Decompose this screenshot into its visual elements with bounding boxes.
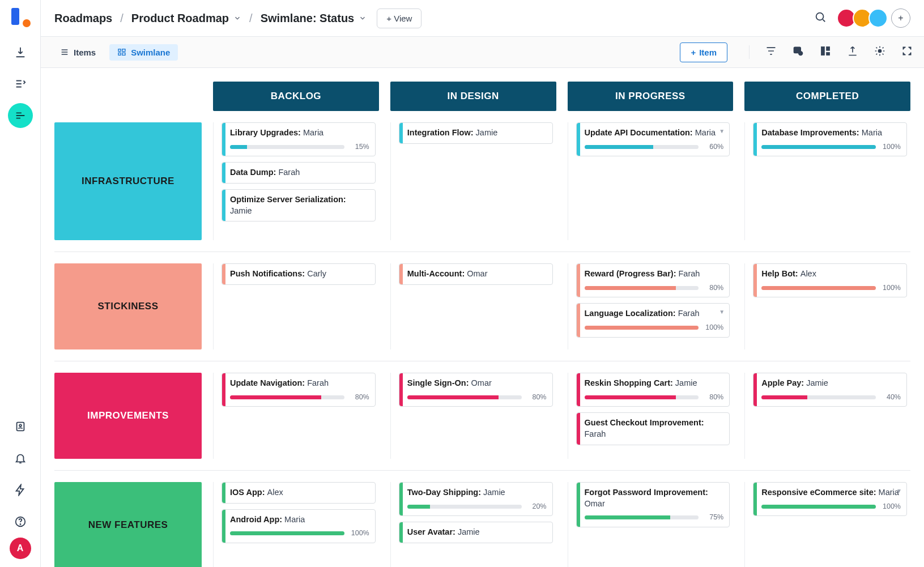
view-mode-items[interactable]: Items [52, 44, 104, 61]
card[interactable]: Data Dump: Farah [222, 162, 376, 184]
card-title: Reward (Progress Bar): [585, 269, 679, 278]
lane-label-improv[interactable]: IMPROVEMENTS [54, 373, 202, 459]
progress-percent: 15% [350, 142, 369, 152]
card[interactable]: Forgot Password Improvement: Omar75% [576, 482, 730, 527]
app-logo[interactable] [11, 8, 29, 26]
card[interactable]: Single Sign-On: Omar80% [399, 373, 553, 407]
card[interactable]: Push Notifications: Carly [222, 263, 376, 285]
lane-cell[interactable]: Forgot Password Improvement: Omar75% [568, 482, 734, 567]
card[interactable]: Help Bot: Alex100% [753, 263, 907, 297]
progress-bar [230, 395, 344, 399]
card-progress: 80% [407, 393, 547, 402]
lane-cell[interactable]: Help Bot: Alex100% [744, 263, 910, 349]
progress-fill [407, 395, 499, 399]
card[interactable]: Library Upgrades: Maria15% [222, 122, 376, 156]
card[interactable]: Reskin Shopping Cart: Jamie80% [576, 373, 730, 407]
card-menu-icon[interactable]: ▼ [896, 487, 902, 495]
card[interactable]: Database Improvements: Maria100% [753, 122, 907, 156]
card-title: Reskin Shopping Cart: [585, 378, 675, 387]
lane-cell[interactable]: Library Upgrades: Maria15%Data Dump: Far… [213, 122, 379, 240]
card-assignee: Maria [284, 515, 305, 524]
rail-current-user-avatar[interactable]: A [10, 538, 31, 559]
card-title: Responsive eCommerce site: [761, 488, 878, 497]
breadcrumb-project[interactable]: Product Roadmap [131, 12, 241, 25]
add-collaborator-button[interactable]: + [891, 8, 910, 28]
progress-percent: 80% [527, 393, 547, 402]
lane-cell[interactable]: Push Notifications: Carly [213, 263, 379, 349]
card[interactable]: Apple Pay: Jamie40% [753, 373, 907, 407]
card[interactable]: Integration Flow: Jamie [399, 122, 553, 144]
lane-cell[interactable]: Multi-Account: Omar [390, 263, 556, 349]
card-assignee: Jamie [230, 206, 252, 215]
card[interactable]: User Avatar: Jamie [399, 522, 553, 543]
card-text: Language Localization: Farah [585, 308, 724, 319]
card[interactable]: Reward (Progress Bar): Farah80% [576, 263, 730, 297]
card[interactable]: Language Localization: Farah▼100% [576, 303, 730, 337]
card-menu-icon[interactable]: ▼ [719, 127, 725, 135]
header-bar: Roadmaps / Product Roadmap / Swimlane: S… [41, 0, 924, 36]
progress-bar [761, 145, 876, 149]
rail-bolt-icon[interactable] [8, 478, 33, 502]
lane-label-infra[interactable]: INFRASTRUCTURE [54, 122, 202, 240]
card[interactable]: IOS App: Alex [222, 482, 376, 504]
lane-cell[interactable]: Two-Day Shipping: Jamie20%User Avatar: J… [390, 482, 556, 567]
lane-cell[interactable]: IOS App: AlexAndroid App: Maria100% [213, 482, 379, 567]
rail-contacts-icon[interactable] [8, 414, 33, 439]
breadcrumb-view[interactable]: Swimlane: Status [261, 12, 367, 25]
search-icon[interactable] [814, 11, 827, 25]
layout-icon[interactable] [820, 45, 831, 59]
card-progress: 80% [585, 283, 724, 293]
progress-percent: 40% [882, 393, 901, 402]
card[interactable]: Update Navigation: Farah80% [222, 373, 376, 407]
rail-import-icon[interactable] [8, 40, 33, 65]
export-icon[interactable] [847, 45, 858, 59]
rail-roadmap-icon[interactable] [8, 103, 33, 128]
lane-cell[interactable]: Single Sign-On: Omar80% [390, 373, 556, 459]
rail-help-icon[interactable] [8, 509, 33, 534]
lane-label-newfeat[interactable]: NEW FEATURES [54, 482, 202, 567]
card[interactable]: Multi-Account: Omar [399, 263, 553, 285]
lane-cell[interactable]: Reward (Progress Bar): Farah80%Language … [568, 263, 734, 349]
view-mode-items-label: Items [74, 48, 96, 57]
card[interactable]: Update API Documentation: Maria▼60% [576, 122, 730, 156]
card-text: Optimize Server Serialization: Jamie [230, 194, 369, 216]
lane-cell[interactable]: Update API Documentation: Maria▼60% [568, 122, 734, 240]
lane-cell[interactable]: Apple Pay: Jamie40% [744, 373, 910, 459]
card-stripe [222, 483, 225, 503]
card-stripe [753, 123, 757, 156]
card[interactable]: Responsive eCommerce site: Maria▼100% [753, 482, 907, 516]
rail-bell-icon[interactable] [8, 446, 33, 471]
board-scroll[interactable]: BACKLOGIN DESIGNIN PROGRESSCOMPLETEDINFR… [41, 68, 924, 567]
progress-fill [761, 505, 876, 509]
card-title: Database Improvements: [761, 128, 861, 137]
lane-cell[interactable]: Responsive eCommerce site: Maria▼100% [744, 482, 910, 567]
card-assignee: Carly [307, 269, 326, 278]
lane-label-stick[interactable]: STICKINESS [54, 263, 202, 349]
lane-cell[interactable]: Database Improvements: Maria100% [744, 122, 910, 240]
fullscreen-icon[interactable] [901, 45, 913, 59]
breadcrumb-root[interactable]: Roadmaps [54, 12, 112, 25]
list-icon [60, 48, 69, 57]
add-item-button[interactable]: + Item [680, 42, 727, 62]
add-view-button[interactable]: + View [377, 8, 421, 28]
lane-cell[interactable]: Reskin Shopping Cart: Jamie80%Guest Chec… [568, 373, 734, 459]
card-text: Apple Pay: Jamie [761, 378, 901, 389]
card-text: Integration Flow: Jamie [407, 127, 547, 139]
card[interactable]: Two-Day Shipping: Jamie20% [399, 482, 553, 516]
link-icon[interactable] [793, 45, 804, 59]
column-header: COMPLETED [744, 82, 910, 111]
card-assignee: Farah [585, 429, 606, 438]
lane-cell[interactable]: Update Navigation: Farah80% [213, 373, 379, 459]
card-text: Reskin Shopping Cart: Jamie [585, 378, 724, 389]
card[interactable]: Optimize Server Serialization: Jamie [222, 189, 376, 221]
card[interactable]: Android App: Maria100% [222, 509, 376, 543]
card-menu-icon[interactable]: ▼ [719, 308, 725, 316]
avatar[interactable] [868, 8, 888, 28]
view-mode-swimlane[interactable]: Swimlane [109, 44, 178, 61]
filter-icon[interactable] [765, 45, 777, 59]
card-assignee: Maria [695, 128, 716, 137]
lane-cell[interactable]: Integration Flow: Jamie [390, 122, 556, 240]
rail-list-icon[interactable] [8, 71, 33, 96]
card[interactable]: Guest Checkout Improvement: Farah [576, 412, 730, 445]
gear-icon[interactable] [874, 45, 885, 59]
